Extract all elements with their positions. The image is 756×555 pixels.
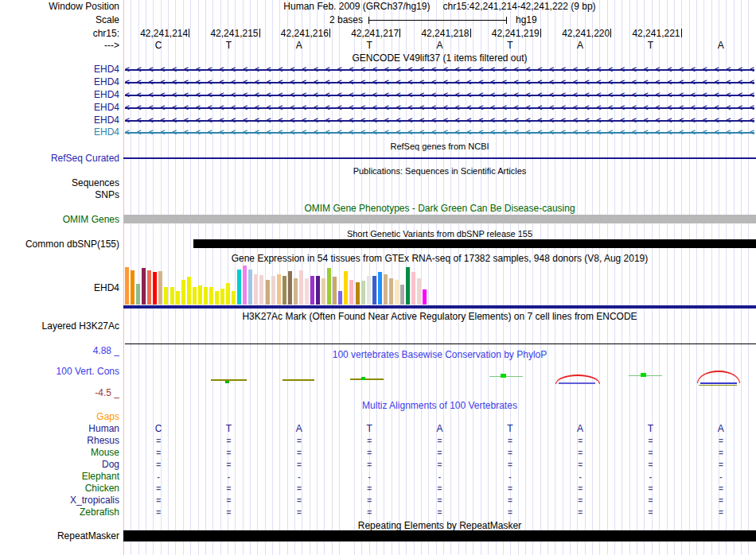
reference-base: A xyxy=(713,40,729,52)
gene-label[interactable]: EHD4 xyxy=(0,64,119,75)
omim-genes-label[interactable]: OMIM Genes xyxy=(0,214,119,226)
multiz-species-label[interactable]: Zebrafish xyxy=(0,506,119,518)
gene-transcript-row[interactable]: <<<<<<<<<<<<<<<<<<<<<<<<<<<<<<<<<<<<<<<<… xyxy=(125,64,754,75)
gene-label[interactable]: EHD4 xyxy=(0,77,119,87)
left-arrow-icon: < xyxy=(160,64,165,75)
gene-transcript-row[interactable]: <<<<<<<<<<<<<<<<<<<<<<<<<<<<<<<<<<<<<<<<… xyxy=(125,115,754,126)
phylop-mark xyxy=(559,382,595,384)
left-arrow-icon: < xyxy=(372,115,377,126)
left-arrow-icon: < xyxy=(608,77,613,87)
multiz-alignment-mark: = xyxy=(150,506,166,518)
reference-base: C xyxy=(150,40,166,52)
left-arrow-icon: < xyxy=(408,90,413,100)
reference-base: T xyxy=(643,40,659,52)
left-arrow-icon: < xyxy=(608,64,613,75)
left-arrow-icon: < xyxy=(279,90,283,100)
left-arrow-icon: < xyxy=(443,77,448,87)
multiz-species-label[interactable]: Dog xyxy=(0,459,119,471)
gene-label[interactable]: EHD4 xyxy=(0,115,119,126)
gtex-tissue-bar xyxy=(136,284,140,305)
multiz-alignment-mark: = xyxy=(361,447,377,459)
left-arrow-icon: < xyxy=(738,90,742,100)
h3k27ac-baseline xyxy=(125,343,756,344)
sequences-track-label[interactable]: Sequences xyxy=(0,177,119,189)
position-range-title: chr15:42,241,214-42,241,222 (9 bp) xyxy=(442,1,595,12)
left-arrow-icon: < xyxy=(467,103,472,113)
multiz-alignment-mark: = xyxy=(572,459,588,471)
left-arrow-icon: < xyxy=(396,90,401,100)
gene-label[interactable]: EHD4 xyxy=(0,103,119,113)
multiz-species-label[interactable]: Mouse xyxy=(0,447,119,459)
genome-browser-image[interactable]: Window Position Human Feb. 2009 (GRCh37/… xyxy=(0,0,756,555)
left-arrow-icon: < xyxy=(526,77,531,87)
dbsnp-track-label[interactable]: Common dbSNP(155) xyxy=(0,239,119,250)
multiz-alignment-mark: = xyxy=(150,459,166,471)
gene-label[interactable]: EHD4 xyxy=(0,127,119,138)
snps-track-label[interactable]: SNPs xyxy=(0,189,119,201)
gtex-tissue-bar xyxy=(226,283,230,305)
multiz-alignment-mark: = xyxy=(502,435,518,447)
left-arrow-icon: < xyxy=(384,115,389,126)
left-arrow-icon: < xyxy=(561,103,566,113)
gtex-tissue-bar xyxy=(266,280,270,305)
gtex-tissue-bar xyxy=(417,278,421,305)
multiz-alignment-mark: = xyxy=(221,435,237,447)
gene-transcript-row[interactable]: <<<<<<<<<<<<<<<<<<<<<<<<<<<<<<<<<<<<<<<<… xyxy=(125,90,754,100)
multiz-species-label[interactable]: Human xyxy=(0,423,119,435)
left-arrow-icon: < xyxy=(585,127,590,138)
left-arrow-icon: < xyxy=(408,103,413,113)
left-arrow-icon: < xyxy=(490,127,495,138)
gene-transcript-row[interactable]: <<<<<<<<<<<<<<<<<<<<<<<<<<<<<<<<<<<<<<<<… xyxy=(125,103,754,113)
left-arrow-icon: < xyxy=(715,90,719,100)
gtex-tissue-bar xyxy=(147,270,151,305)
left-arrow-icon: < xyxy=(644,77,649,87)
phylop-track-label[interactable]: 100 Vert. Cons xyxy=(0,366,119,378)
multiz-species-label[interactable]: X_tropicalis xyxy=(0,495,119,506)
left-arrow-icon: < xyxy=(279,115,283,126)
gene-label[interactable]: EHD4 xyxy=(0,90,119,100)
multiz-alignment-mark: = xyxy=(502,447,518,459)
left-arrow-icon: < xyxy=(302,77,306,87)
omim-genes-bar[interactable] xyxy=(123,215,756,223)
left-arrow-icon: < xyxy=(526,90,531,100)
repeatmasker-track-label[interactable]: RepeatMasker xyxy=(0,530,119,542)
left-arrow-icon: < xyxy=(632,64,637,75)
dbsnp-variant-bar[interactable] xyxy=(193,239,756,248)
reference-base: T xyxy=(361,40,377,52)
left-arrow-icon: < xyxy=(478,64,483,75)
dbsnp-track-title: Short Genetic Variants from dbSNP releas… xyxy=(123,228,756,240)
multiz-species-label[interactable]: Rhesus xyxy=(0,435,119,447)
multiz-alignment-mark: = xyxy=(221,495,237,506)
repeatmasker-bar[interactable] xyxy=(123,530,756,541)
left-arrow-icon: < xyxy=(220,115,224,126)
left-arrow-icon: < xyxy=(419,77,424,87)
left-arrow-icon: < xyxy=(149,115,154,126)
refseq-gene-line[interactable] xyxy=(123,157,756,159)
gene-transcript-row[interactable]: <<<<<<<<<<<<<<<<<<<<<<<<<<<<<<<<<<<<<<<<… xyxy=(125,127,754,138)
refseq-curated-label[interactable]: RefSeq Curated xyxy=(0,153,119,165)
left-arrow-icon: < xyxy=(325,115,330,126)
multiz-species-label[interactable]: Chicken xyxy=(0,483,119,495)
left-arrow-icon: < xyxy=(267,90,271,100)
left-arrow-icon: < xyxy=(585,90,590,100)
left-arrow-icon: < xyxy=(561,127,566,138)
left-arrow-icon: < xyxy=(620,115,625,126)
left-arrow-icon: < xyxy=(337,103,342,113)
multiz-alignment-mark: = xyxy=(221,459,237,471)
left-arrow-icon: < xyxy=(160,103,165,113)
left-arrow-icon: < xyxy=(537,115,542,126)
gtex-tissue-bar xyxy=(423,289,427,305)
gtex-tissue-bar xyxy=(243,266,247,305)
left-arrow-icon: < xyxy=(656,64,661,75)
gtex-gene-label[interactable]: EHD4 xyxy=(0,282,119,294)
left-arrow-icon: < xyxy=(726,77,731,87)
left-arrow-icon: < xyxy=(125,90,130,100)
multiz-species-label[interactable]: Elephant xyxy=(0,471,119,483)
gene-transcript-row[interactable]: <<<<<<<<<<<<<<<<<<<<<<<<<<<<<<<<<<<<<<<<… xyxy=(125,77,754,87)
left-arrow-icon: < xyxy=(125,103,130,113)
multiz-alignment-mark: = xyxy=(572,483,588,495)
left-arrow-icon: < xyxy=(549,103,554,113)
multiz-alignment-mark: = xyxy=(291,447,307,459)
h3k27ac-track-label[interactable]: Layered H3K27Ac xyxy=(0,320,119,332)
multiz-species-label[interactable]: Gaps xyxy=(0,411,119,423)
